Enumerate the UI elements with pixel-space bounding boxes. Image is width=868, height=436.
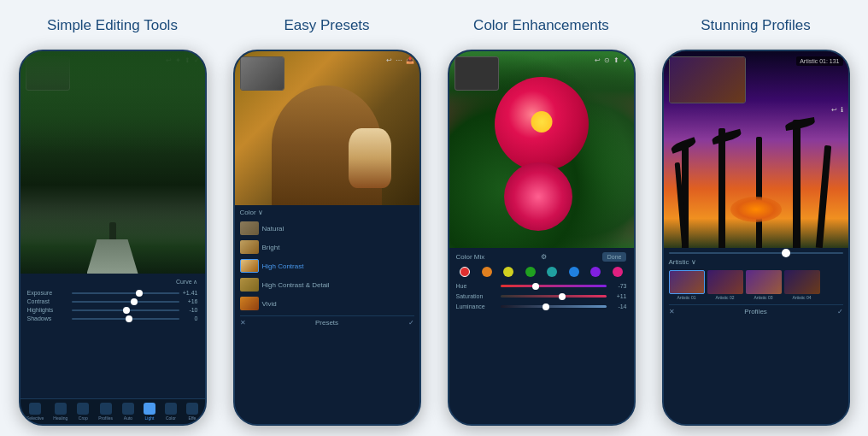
profiles-controls: Artistic ∨ Artistic 01 Artistic 02 Artis… — [664, 248, 848, 424]
preset-high-contrast[interactable]: High Contrast — [240, 257, 414, 274]
color-dot-green[interactable] — [525, 267, 536, 277]
panel-title-profiles: Stunning Profiles — [701, 9, 811, 43]
color-mix-label: Color Mix — [456, 253, 485, 261]
saturation-slider[interactable] — [501, 295, 607, 298]
thumbnail-4 — [669, 56, 746, 103]
thumbnail-3 — [455, 56, 499, 91]
color-dot-yellow[interactable] — [503, 267, 513, 277]
dropdown-icon[interactable]: ∨ — [258, 209, 263, 216]
profiles-dropdown-icon[interactable]: ∨ — [691, 258, 696, 266]
panel-title-simple: Simple Editing Tools — [47, 9, 178, 43]
done-button[interactable]: Done — [602, 252, 627, 262]
luminance-slider[interactable] — [501, 305, 607, 308]
preset-vivid[interactable]: Vivid — [240, 295, 414, 312]
panel-simple-editing: Simple Editing Tools ↩ ✦ ⬆ ✓ Curve ∧ Exp… — [9, 9, 216, 427]
nav-bar-1: Selective Healing Crop Profiles Auto Lig… — [21, 398, 205, 424]
preset-high-contrast-label: High Contrast — [262, 262, 304, 270]
silhouette — [109, 222, 116, 239]
nav-profiles[interactable]: Profiles — [98, 403, 113, 421]
toolbar-2: ↩ ⋯ 📤 — [386, 56, 414, 64]
presets-footer-label: Presets — [315, 319, 338, 327]
panel-stunning-profiles: Stunning Profiles Artistic 01: 131 — [652, 9, 859, 427]
hue-label: Hue — [456, 283, 497, 289]
color-mix-settings-icon[interactable]: ⚙ — [541, 253, 547, 261]
preset-hcd[interactable]: High Contrast & Detail — [240, 276, 414, 293]
effects-label: Effe — [189, 415, 196, 421]
hue-row: Hue -73 — [456, 283, 627, 289]
profile-artistic02[interactable]: Artistic 02 — [707, 270, 743, 300]
editing-controls: Curve ∧ Exposure +1.41 Contrast +16 High… — [21, 274, 205, 398]
profiles-section-header: Artistic ∨ — [669, 258, 843, 266]
history-icon-3[interactable]: ⊙ — [604, 56, 610, 64]
effects-icon — [186, 403, 198, 415]
nav-selective[interactable]: Selective — [26, 403, 44, 421]
share-icon-3[interactable]: ⬆ — [613, 56, 619, 64]
nav-light[interactable]: Light — [144, 403, 155, 421]
check-icon-3[interactable]: ✓ — [623, 56, 629, 64]
presets-controls: Color ∨ Natural Bright High Contrast Hig… — [235, 205, 419, 424]
contrast-value: +16 — [183, 298, 198, 304]
toolbar-4: ↩ ℹ — [831, 106, 843, 114]
color-dot-purple[interactable] — [590, 267, 601, 277]
profile-artistic01-label: Artistic 01 — [677, 295, 696, 300]
preset-natural[interactable]: Natural — [240, 220, 414, 237]
confirm-presets-icon[interactable]: ✓ — [408, 319, 414, 327]
preset-bright[interactable]: Bright — [240, 239, 414, 256]
nav-auto[interactable]: Auto — [122, 403, 134, 421]
profile-artistic03[interactable]: Artistic 03 — [746, 270, 782, 300]
share-icon-2[interactable]: 📤 — [406, 56, 414, 64]
contrast-row: Contrast +16 — [27, 298, 198, 304]
nav-crop[interactable]: Crop — [77, 403, 89, 421]
undo-icon-2[interactable]: ↩ — [386, 56, 392, 64]
close-presets-icon[interactable]: ✕ — [240, 319, 246, 327]
profiles-footer-label: Profiles — [744, 308, 767, 315]
phone-frame-3: ↩ ⊙ ⬆ ✓ Color Mix ⚙ Done — [448, 50, 636, 426]
color-label: Color — [166, 415, 176, 421]
color-section-label: Color — [240, 209, 256, 216]
nav-color[interactable]: Color — [165, 403, 177, 421]
confirm-profiles-icon[interactable]: ✓ — [837, 308, 843, 315]
profiles-label: Profiles — [98, 415, 113, 421]
selective-label: Selective — [26, 415, 44, 421]
profile-artistic01[interactable]: Artistic 01 — [669, 270, 705, 300]
color-dot-teal[interactable] — [547, 267, 557, 277]
exposure-value: +1.41 — [183, 290, 198, 296]
exposure-slider[interactable] — [72, 292, 179, 294]
color-mix-controls: Color Mix ⚙ Done Hue -73 — [449, 248, 634, 424]
nav-healing[interactable]: Healing — [53, 403, 67, 421]
selective-icon — [29, 403, 41, 415]
phone-frame-4: Artistic 01: 131 ↩ ℹ Artistic ∨ Artist — [662, 50, 850, 426]
color-dot-orange[interactable] — [482, 267, 492, 277]
color-dot-pink[interactable] — [613, 267, 623, 277]
profile-artistic04[interactable]: Artistic 04 — [784, 270, 820, 300]
color-dot-red[interactable] — [460, 267, 470, 277]
close-profiles-icon[interactable]: ✕ — [669, 308, 675, 315]
hue-slider[interactable] — [501, 285, 607, 287]
forest-image: ↩ ✦ ⬆ ✓ — [21, 51, 205, 274]
healing-icon — [55, 403, 67, 415]
color-mix-header: Color Mix ⚙ Done — [456, 252, 627, 262]
shadows-row: Shadows 0 — [27, 315, 198, 321]
saturation-value: +11 — [610, 293, 627, 299]
woman-dog-image: ↩ ⋯ 📤 — [235, 51, 419, 205]
saturation-label: Saturation — [456, 293, 497, 299]
undo-icon-3[interactable]: ↩ — [595, 56, 601, 64]
undo-icon-4[interactable]: ↩ — [831, 106, 837, 114]
toolbar-3: ↩ ⊙ ⬆ ✓ — [595, 56, 629, 64]
panel-title-color: Color Enhancements — [473, 9, 609, 43]
luminance-row: Luminance -14 — [456, 303, 627, 309]
shadows-slider[interactable] — [72, 318, 179, 320]
color-dot-blue[interactable] — [569, 267, 579, 277]
nav-effects[interactable]: Effe — [186, 403, 198, 421]
panel-color-enhancements: Color Enhancements ↩ ⊙ ⬆ ✓ Color Mix ⚙ — [437, 9, 645, 427]
info-icon-4[interactable]: ℹ — [841, 106, 843, 114]
hue-value: -73 — [610, 283, 627, 289]
more-icon-2[interactable]: ⋯ — [396, 56, 402, 64]
highlights-value: -10 — [183, 307, 198, 313]
profiles-grid: Artistic 01 Artistic 02 Artistic 03 Arti… — [669, 270, 843, 300]
flower-image: ↩ ⊙ ⬆ ✓ — [449, 51, 634, 248]
preset-bright-label: Bright — [262, 244, 280, 251]
highlights-slider[interactable] — [72, 309, 179, 311]
profile-strength-slider[interactable] — [669, 252, 843, 254]
contrast-slider[interactable] — [72, 301, 179, 303]
